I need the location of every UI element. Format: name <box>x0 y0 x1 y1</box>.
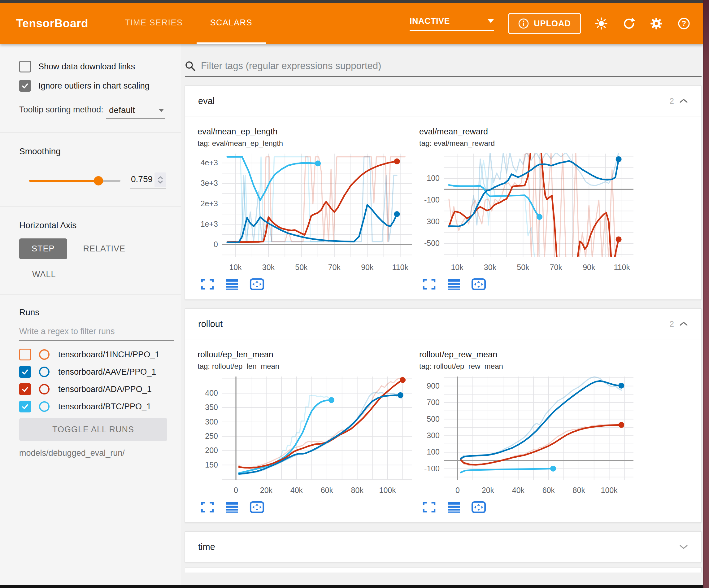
runs-selector-icon[interactable] <box>224 500 240 514</box>
run-checkbox[interactable] <box>19 401 31 412</box>
svg-text:10k: 10k <box>229 263 242 272</box>
chart-title: eval/mean_ep_length <box>198 127 414 136</box>
status-label: INACTIVE <box>410 17 450 26</box>
expand-chart-icon[interactable] <box>421 500 437 514</box>
window-top-strip <box>0 0 709 3</box>
axis-wall-button[interactable]: WALL <box>32 270 175 279</box>
runs-selector-icon[interactable] <box>446 500 462 514</box>
slider-handle[interactable] <box>94 176 103 185</box>
line-chart[interactable]: -100100300500700900020k40k60k80k100k <box>419 374 636 498</box>
fit-to-data-icon[interactable] <box>471 277 487 291</box>
chevron-down-icon[interactable] <box>679 544 688 549</box>
smoothing-slider[interactable] <box>29 180 121 182</box>
svg-text:300: 300 <box>205 417 218 426</box>
chevron-down-icon <box>159 109 164 112</box>
chart-toolbar <box>421 500 636 514</box>
brightness-icon[interactable] <box>595 17 608 30</box>
section-title: eval <box>198 96 215 106</box>
tag-filter-input[interactable] <box>200 60 702 72</box>
svg-text:70k: 70k <box>328 263 341 272</box>
search-icon <box>185 61 196 72</box>
app-header: TensorBoard TIME SERIES SCALARS INACTIVE… <box>0 3 703 44</box>
svg-text:3e+3: 3e+3 <box>201 179 218 187</box>
line-chart[interactable]: 150200250300350400020k40k60k80k100k <box>198 374 414 498</box>
section-count: 2 <box>670 96 674 106</box>
runs-title: Runs <box>19 307 175 317</box>
ignore-outliers-row[interactable]: Ignore outliers in chart scaling <box>19 80 175 92</box>
svg-text:4e+3: 4e+3 <box>201 158 218 167</box>
status-dropdown[interactable]: INACTIVE <box>410 17 494 31</box>
number-stepper[interactable] <box>155 173 166 187</box>
chevron-up-icon[interactable] <box>679 98 688 104</box>
svg-text:30k: 30k <box>484 263 497 272</box>
toggle-all-runs-button[interactable]: TOGGLE ALL RUNS <box>19 418 167 441</box>
svg-text:80k: 80k <box>351 486 364 494</box>
chevron-down-icon[interactable] <box>157 180 164 184</box>
divider <box>0 132 181 133</box>
runs-selector-icon[interactable] <box>446 277 462 291</box>
svg-text:?: ? <box>682 20 686 28</box>
svg-text:150: 150 <box>205 460 218 469</box>
section-header-rollout[interactable]: rollout 2 <box>185 309 701 339</box>
svg-text:40k: 40k <box>290 486 303 494</box>
scrollbar-track[interactable] <box>703 0 709 588</box>
chart-title: rollout/ep_rew_mean <box>419 350 636 359</box>
run-checkbox[interactable] <box>19 383 31 395</box>
runs-filter-input[interactable] <box>19 327 174 340</box>
svg-text:110k: 110k <box>614 263 630 272</box>
chart-tag: tag: eval/mean_ep_length <box>198 139 414 148</box>
run-color-swatch <box>39 366 50 377</box>
chart-rollout-ep-rew-mean: rollout/ep_rew_mean tag: rollout/ep_rew_… <box>419 350 636 514</box>
run-checkbox[interactable] <box>19 349 31 360</box>
svg-text:90k: 90k <box>361 263 374 272</box>
expand-chart-icon[interactable] <box>421 277 437 291</box>
svg-text:-100: -100 <box>424 464 440 473</box>
checkbox-checked[interactable] <box>19 80 31 92</box>
tab-time-series[interactable]: TIME SERIES <box>111 3 196 44</box>
axis-relative-button[interactable]: RELATIVE <box>83 244 126 254</box>
section-header-eval[interactable]: eval 2 <box>185 86 701 117</box>
help-icon[interactable]: ? <box>677 17 690 30</box>
run-color-swatch <box>39 384 50 394</box>
upload-button[interactable]: UPLOAD <box>508 13 581 34</box>
run-row[interactable]: tensorboard/AAVE/PPO_1 <box>19 366 175 378</box>
expand-chart-icon[interactable] <box>200 277 215 291</box>
refresh-icon[interactable] <box>622 17 635 30</box>
svg-text:60k: 60k <box>321 486 334 494</box>
chart-eval-mean-ep-length: eval/mean_ep_length tag: eval/mean_ep_le… <box>198 127 414 291</box>
fit-to-data-icon[interactable] <box>471 500 487 514</box>
svg-text:700: 700 <box>427 398 440 407</box>
show-download-links-row[interactable]: Show data download links <box>19 61 175 73</box>
settings-icon[interactable] <box>650 17 663 30</box>
expand-chart-icon[interactable] <box>200 500 215 514</box>
svg-text:-300: -300 <box>424 217 440 226</box>
section-header-time[interactable]: time <box>185 532 701 562</box>
svg-text:500: 500 <box>427 415 440 423</box>
tab-scalars[interactable]: SCALARS <box>196 3 266 44</box>
run-row[interactable]: tensorboard/BTC/PPO_1 <box>19 401 175 412</box>
run-checkbox[interactable] <box>19 366 31 378</box>
svg-text:80k: 80k <box>573 486 585 494</box>
chevron-up-icon[interactable] <box>679 321 688 327</box>
checkbox-unchecked[interactable] <box>19 61 31 73</box>
next-section-card-edge <box>185 567 702 572</box>
axis-step-button[interactable]: STEP <box>19 238 67 259</box>
line-chart[interactable]: 100-100-300-50010k30k50k70k90k110k <box>419 151 636 275</box>
chevron-up-icon[interactable] <box>157 176 164 180</box>
run-row[interactable]: tensorboard/1INCH/PPO_1 <box>19 349 175 360</box>
svg-text:0: 0 <box>455 486 460 494</box>
line-chart[interactable]: 01e+32e+33e+34e+310k30k50k70k90k110k <box>198 151 414 275</box>
tag-filter[interactable] <box>185 60 702 77</box>
run-row[interactable]: tensorboard/ADA/PPO_1 <box>19 383 175 395</box>
tooltip-sorting-label: Tooltip sorting method: <box>19 104 106 116</box>
run-name: tensorboard/ADA/PPO_1 <box>58 385 152 394</box>
fit-to-data-icon[interactable] <box>249 277 265 291</box>
smoothing-value-field[interactable]: 0.759 <box>130 173 166 189</box>
svg-text:-100: -100 <box>424 195 440 204</box>
fit-to-data-icon[interactable] <box>249 500 265 514</box>
chart-rollout-ep-len-mean: rollout/ep_len_mean tag: rollout/ep_len_… <box>198 350 414 514</box>
runs-selector-icon[interactable] <box>224 277 240 291</box>
tooltip-sorting-select[interactable]: default <box>106 104 165 119</box>
run-name: tensorboard/1INCH/PPO_1 <box>58 350 159 359</box>
svg-text:200: 200 <box>205 446 218 455</box>
